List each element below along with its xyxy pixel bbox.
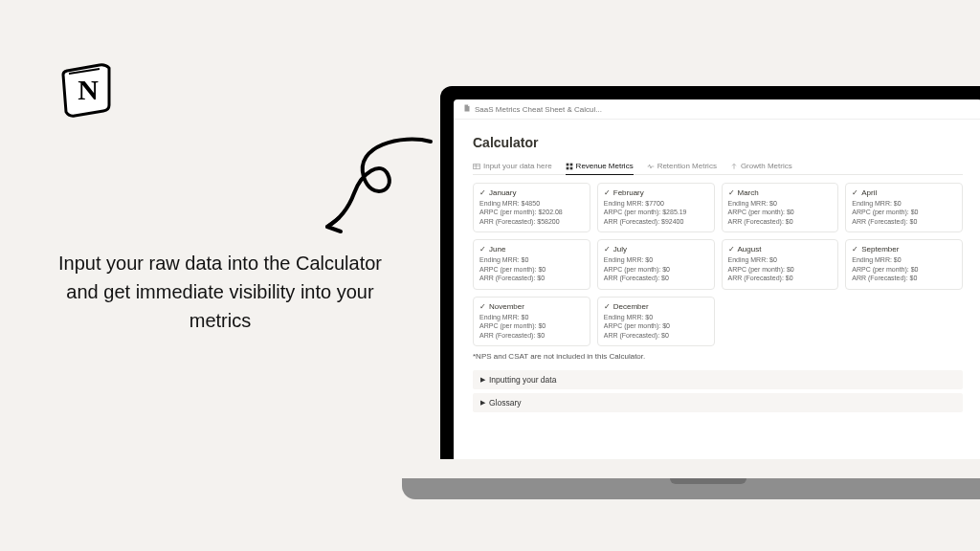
- month-name: March: [738, 188, 759, 197]
- metric-line: ARPC (per month): $0: [604, 321, 708, 330]
- month-title: ✓September: [852, 245, 956, 253]
- month-name: September: [861, 245, 899, 253]
- month-name: November: [489, 302, 524, 311]
- check-icon: ✓: [604, 245, 611, 253]
- laptop-screen: SaaS Metrics Cheat Sheet & Calcul... Cal…: [454, 99, 980, 459]
- metric-line: Ending MRR: $0: [728, 255, 833, 264]
- pulse-icon: [647, 163, 655, 170]
- svg-rect-5: [569, 166, 572, 169]
- month-name: February: [613, 188, 644, 197]
- toggle-label: Inputting your data: [489, 375, 556, 385]
- metric-line: ARPC (per month): $0: [852, 208, 956, 216]
- month-card[interactable]: ✓JanuaryEnding MRR: $4850ARPC (per month…: [473, 183, 590, 232]
- month-title: ✓November: [479, 302, 584, 311]
- breadcrumb-title: SaaS Metrics Cheat Sheet & Calcul...: [475, 105, 602, 114]
- tab-retention[interactable]: Retention Metrics: [647, 158, 717, 174]
- metric-line: ARPC (per month): $0: [479, 265, 584, 274]
- metric-line: ARR (Forecasted): $0: [604, 274, 708, 282]
- check-icon: ✓: [728, 245, 735, 253]
- metric-line: ARPC (per month): $0: [728, 208, 833, 216]
- month-name: January: [489, 188, 516, 197]
- tab-label: Retention Metrics: [657, 162, 717, 170]
- marketing-caption: Input your raw data into the Calculator …: [57, 249, 383, 335]
- tab-label: Revenue Metrics: [576, 162, 634, 170]
- metric-line: Ending MRR: $0: [479, 313, 584, 321]
- metric-line: ARPC (per month): $0: [728, 265, 833, 274]
- laptop-bezel: SaaS Metrics Cheat Sheet & Calcul... Cal…: [440, 86, 980, 459]
- svg-rect-2: [566, 163, 568, 165]
- metric-line: ARR (Forecasted): $0: [852, 274, 956, 282]
- month-title: ✓December: [604, 302, 708, 311]
- toggle-glossary[interactable]: ▶ Glossary: [473, 393, 963, 412]
- laptop-mockup: SaaS Metrics Cheat Sheet & Calcul... Cal…: [402, 86, 980, 488]
- triangle-icon: ▶: [480, 376, 485, 384]
- metric-line: ARR (Forecasted): $0: [728, 274, 833, 282]
- svg-rect-4: [566, 166, 568, 169]
- metric-line: Ending MRR: $0: [604, 313, 708, 321]
- metric-line: Ending MRR: $0: [479, 255, 584, 264]
- table-icon: [473, 163, 480, 170]
- month-name: June: [489, 245, 505, 253]
- metric-line: ARPC (per month): $285.19: [604, 208, 708, 216]
- metric-line: ARPC (per month): $0: [479, 321, 584, 330]
- month-title: ✓July: [604, 245, 708, 253]
- tab-label: Growth Metrics: [741, 162, 792, 170]
- notion-logo: N: [57, 57, 119, 119]
- triangle-icon: ▶: [480, 399, 485, 407]
- check-icon: ✓: [852, 188, 858, 197]
- month-card[interactable]: ✓DecemberEnding MRR: $0ARPC (per month):…: [597, 297, 715, 346]
- month-name: July: [613, 245, 627, 253]
- metric-line: ARPC (per month): $0: [852, 265, 956, 274]
- month-name: April: [861, 188, 877, 197]
- metric-line: Ending MRR: $0: [852, 255, 956, 264]
- tab-growth[interactable]: Growth Metrics: [730, 158, 792, 174]
- breadcrumb[interactable]: SaaS Metrics Cheat Sheet & Calcul...: [454, 99, 980, 120]
- page-title: Calculator: [473, 135, 963, 150]
- metric-line: ARR (Forecasted): $0: [479, 274, 584, 282]
- metric-line: ARPC (per month): $202.08: [479, 208, 584, 216]
- svg-rect-3: [569, 163, 572, 165]
- check-icon: ✓: [852, 245, 858, 253]
- month-card[interactable]: ✓FebruaryEnding MRR: $7700ARPC (per mont…: [597, 183, 715, 232]
- check-icon: ✓: [604, 302, 611, 311]
- tab-label: Input your data here: [483, 162, 552, 170]
- check-icon: ✓: [479, 245, 486, 253]
- toggle-inputting[interactable]: ▶ Inputting your data: [473, 370, 963, 389]
- metric-line: ARR (Forecasted): $58200: [479, 217, 584, 226]
- month-title: ✓March: [728, 188, 833, 197]
- toggle-label: Glossary: [489, 398, 522, 408]
- doc-icon: [463, 104, 471, 114]
- month-title: ✓April: [852, 188, 956, 197]
- svg-rect-1: [474, 164, 480, 168]
- month-title: ✓January: [479, 188, 584, 197]
- month-card[interactable]: ✓SeptemberEnding MRR: $0ARPC (per month)…: [845, 239, 963, 289]
- metric-line: ARR (Forecasted): $0: [728, 217, 833, 226]
- month-card[interactable]: ✓JulyEnding MRR: $0ARPC (per month): $0A…: [597, 239, 715, 289]
- metric-line: ARR (Forecasted): $0: [852, 217, 956, 226]
- metric-line: Ending MRR: $0: [604, 255, 708, 264]
- view-tabs: Input your data here Revenue Metrics Ret…: [473, 158, 963, 175]
- metric-line: Ending MRR: $7700: [604, 199, 708, 208]
- metric-line: ARR (Forecasted): $0: [604, 331, 708, 340]
- check-icon: ✓: [728, 188, 735, 197]
- month-card[interactable]: ✓AprilEnding MRR: $0ARPC (per month): $0…: [845, 183, 963, 232]
- month-name: August: [738, 245, 762, 253]
- metric-line: ARR (Forecasted): $92400: [604, 217, 708, 226]
- month-name: December: [613, 302, 649, 311]
- month-title: ✓August: [728, 245, 833, 253]
- tab-revenue[interactable]: Revenue Metrics: [566, 158, 634, 175]
- month-card[interactable]: ✓JuneEnding MRR: $0ARPC (per month): $0A…: [473, 239, 590, 289]
- metric-line: ARPC (per month): $0: [604, 265, 708, 274]
- tab-input[interactable]: Input your data here: [473, 158, 552, 174]
- check-icon: ✓: [479, 188, 486, 197]
- month-card[interactable]: ✓AugustEnding MRR: $0ARPC (per month): $…: [722, 239, 839, 289]
- metric-line: Ending MRR: $0: [728, 199, 833, 208]
- month-title: ✓February: [604, 188, 708, 197]
- month-card-grid: ✓JanuaryEnding MRR: $4850ARPC (per month…: [473, 183, 963, 346]
- metric-line: ARR (Forecasted): $0: [479, 331, 584, 340]
- month-card[interactable]: ✓MarchEnding MRR: $0ARPC (per month): $0…: [722, 183, 839, 232]
- check-icon: ✓: [479, 302, 486, 311]
- arrow-up-icon: [730, 163, 738, 170]
- month-card[interactable]: ✓NovemberEnding MRR: $0ARPC (per month):…: [473, 297, 590, 346]
- month-title: ✓June: [479, 245, 584, 253]
